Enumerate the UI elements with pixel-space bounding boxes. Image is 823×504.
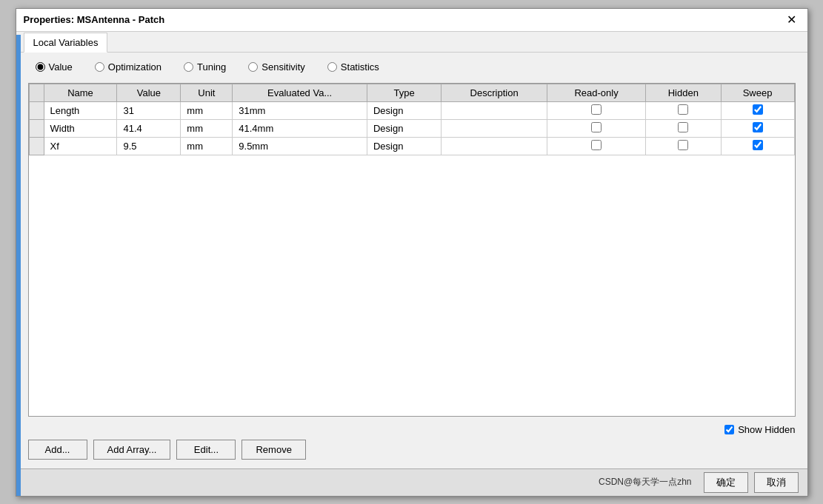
cell-readonly-length[interactable] xyxy=(547,101,646,119)
cell-description-xf xyxy=(442,137,547,155)
cell-hidden-xf[interactable] xyxy=(646,137,721,155)
row-index xyxy=(29,101,44,119)
cell-name-length[interactable]: Length xyxy=(44,101,117,119)
cell-sweep-width[interactable] xyxy=(721,119,794,137)
cell-sweep-xf[interactable] xyxy=(721,137,794,155)
sweep-checkbox-width[interactable] xyxy=(753,122,763,132)
cell-type-width: Design xyxy=(367,119,441,137)
cell-value-width[interactable]: 41.4 xyxy=(117,119,181,137)
variables-table-container: Name Value Unit Evaluated Va... Type Des… xyxy=(28,83,796,417)
radio-sensitivity-option[interactable]: Sensitivity xyxy=(248,61,305,73)
radio-statistics-option[interactable]: Statistics xyxy=(327,61,379,73)
sweep-checkbox-xf[interactable] xyxy=(753,140,763,150)
table-row: Xf 9.5 mm 9.5mm Design xyxy=(29,137,794,155)
col-header-evaluated: Evaluated Va... xyxy=(233,84,367,101)
add-button[interactable]: Add... xyxy=(28,440,87,460)
cell-sweep-length[interactable] xyxy=(721,101,794,119)
cell-description-length xyxy=(442,101,547,119)
cell-evaluated-width: 41.4mm xyxy=(233,119,367,137)
close-button[interactable]: ✕ xyxy=(783,13,800,27)
cell-name-xf[interactable]: Xf xyxy=(44,137,117,155)
radio-sensitivity-input[interactable] xyxy=(248,62,258,72)
readonly-checkbox-xf[interactable] xyxy=(591,140,602,150)
table-header-row: Name Value Unit Evaluated Va... Type Des… xyxy=(29,84,794,101)
row-index xyxy=(29,137,44,155)
sweep-checkbox-length[interactable] xyxy=(753,104,763,115)
edit-button[interactable]: Edit... xyxy=(176,440,236,460)
col-header-rownum xyxy=(29,84,44,101)
col-header-readonly: Read-only xyxy=(547,84,646,101)
cancel-button[interactable]: 取消 xyxy=(754,472,799,493)
row-index xyxy=(29,119,44,137)
show-hidden-label[interactable]: Show Hidden xyxy=(724,424,795,435)
readonly-checkbox-length[interactable] xyxy=(591,104,602,115)
col-header-type: Type xyxy=(367,84,441,101)
tab-local-variables[interactable]: Local Variables xyxy=(24,33,108,53)
cell-hidden-length[interactable] xyxy=(646,101,721,119)
remove-button[interactable]: Remove xyxy=(241,440,305,460)
cell-value-xf[interactable]: 9.5 xyxy=(117,137,181,155)
cell-readonly-xf[interactable] xyxy=(547,137,646,155)
radio-statistics-input[interactable] xyxy=(327,62,337,72)
action-buttons: Add... Add Array... Edit... Remove xyxy=(28,440,796,460)
show-hidden-row: Show Hidden xyxy=(28,424,796,435)
cell-hidden-width[interactable] xyxy=(646,119,721,137)
side-accent xyxy=(16,35,21,496)
cell-unit-width: mm xyxy=(181,119,233,137)
radio-tuning-option[interactable]: Tuning xyxy=(184,61,226,73)
table-row: Width 41.4 mm 41.4mm Design xyxy=(29,119,794,137)
cell-description-width xyxy=(442,119,547,137)
content-area: Value Optimization Tuning Sensitivity St… xyxy=(16,53,807,468)
variables-table: Name Value Unit Evaluated Va... Type Des… xyxy=(29,84,795,155)
cell-unit-xf: mm xyxy=(181,137,233,155)
confirm-button[interactable]: 确定 xyxy=(704,472,748,493)
cell-value-length[interactable]: 31 xyxy=(117,101,181,119)
cell-evaluated-xf: 9.5mm xyxy=(233,137,367,155)
col-header-description: Description xyxy=(442,84,547,101)
cell-unit-length: mm xyxy=(181,101,233,119)
col-header-value: Value xyxy=(117,84,181,101)
hidden-checkbox-length[interactable] xyxy=(678,104,688,115)
col-header-sweep: Sweep xyxy=(721,84,794,101)
dialog-title: Properties: MSAntenna - Patch xyxy=(24,14,165,25)
hidden-checkbox-width[interactable] xyxy=(678,122,688,132)
cell-readonly-width[interactable] xyxy=(547,119,646,137)
radio-tuning-input[interactable] xyxy=(184,62,193,72)
add-array-button[interactable]: Add Array... xyxy=(93,440,171,460)
radio-value-option[interactable]: Value xyxy=(36,61,73,73)
cell-type-length: Design xyxy=(367,101,441,119)
cell-name-width[interactable]: Width xyxy=(44,119,117,137)
radio-optimization-option[interactable]: Optimization xyxy=(95,61,161,73)
footer-bar: CSDN@每天学一点zhn 确定 取消 xyxy=(16,468,807,496)
radio-group: Value Optimization Tuning Sensitivity St… xyxy=(36,61,796,73)
col-header-name: Name xyxy=(44,84,117,101)
show-hidden-checkbox[interactable] xyxy=(724,425,734,434)
tab-bar: Local Variables xyxy=(16,32,807,53)
radio-optimization-input[interactable] xyxy=(95,62,104,72)
title-bar: Properties: MSAntenna - Patch ✕ xyxy=(16,9,807,32)
cell-evaluated-length: 31mm xyxy=(233,101,367,119)
radio-value-input[interactable] xyxy=(36,62,45,72)
col-header-unit: Unit xyxy=(181,84,233,101)
col-header-hidden: Hidden xyxy=(646,84,721,101)
table-row: Length 31 mm 31mm Design xyxy=(29,101,794,119)
hidden-checkbox-xf[interactable] xyxy=(678,140,688,150)
footer-watermark: CSDN@每天学一点zhn xyxy=(599,476,692,488)
properties-dialog: Properties: MSAntenna - Patch ✕ Local Va… xyxy=(16,8,808,497)
readonly-checkbox-width[interactable] xyxy=(591,122,602,132)
cell-type-xf: Design xyxy=(367,137,441,155)
